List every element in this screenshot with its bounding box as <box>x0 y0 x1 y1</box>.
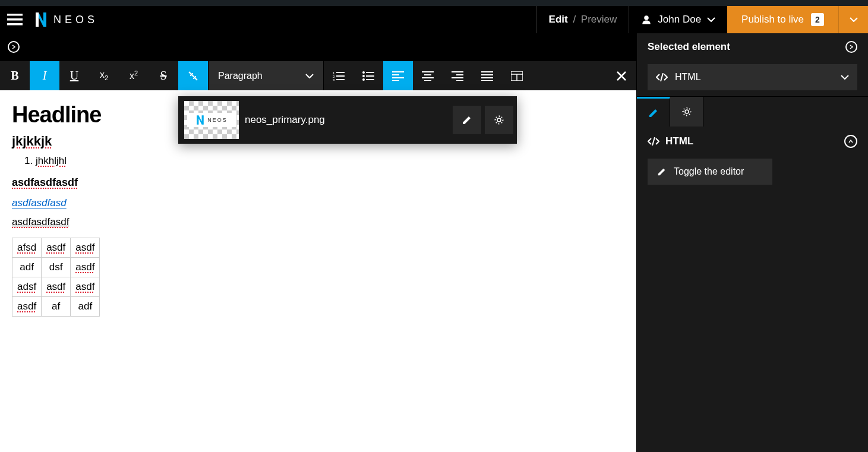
table-icon <box>511 71 523 81</box>
italic-link-text[interactable]: asdfasdfasd <box>12 197 624 209</box>
underline-button[interactable]: U <box>59 61 89 91</box>
unordered-list-button[interactable] <box>353 61 383 91</box>
svg-rect-31 <box>392 80 399 81</box>
right-panel-toggle[interactable] <box>845 41 857 53</box>
svg-rect-42 <box>481 77 493 78</box>
property-group-label: HTML <box>665 135 693 147</box>
format-dropdown-label: Paragraph <box>218 71 263 81</box>
svg-rect-41 <box>481 74 493 75</box>
align-left-button[interactable] <box>383 61 413 91</box>
publish-dropdown-button[interactable] <box>838 6 868 33</box>
gear-icon <box>494 115 504 125</box>
list-item[interactable]: jhkhljhl <box>36 155 67 166</box>
svg-rect-34 <box>422 77 434 78</box>
svg-rect-29 <box>392 74 399 75</box>
content-canvas[interactable]: Headline jkjkkjk jhkhljhl asdfasdfasdf a… <box>0 90 636 452</box>
preview-mode-label: Preview <box>581 14 617 25</box>
pencil-icon <box>462 115 472 125</box>
code-icon <box>656 73 668 81</box>
svg-rect-38 <box>452 77 463 78</box>
chevron-down-icon <box>850 17 858 22</box>
bold-button[interactable]: B <box>0 61 30 91</box>
asset-thumbnail: NEOS <box>184 101 239 139</box>
close-toolbar-button[interactable] <box>607 61 636 91</box>
svg-rect-33 <box>424 74 431 75</box>
table-button[interactable] <box>502 61 532 91</box>
superscript-button[interactable]: x2 <box>119 61 149 91</box>
chevron-right-icon <box>850 45 853 49</box>
svg-rect-25 <box>366 75 374 77</box>
publish-button[interactable]: Publish to live 2 <box>727 6 838 33</box>
svg-rect-0 <box>7 14 23 16</box>
edit-preview-toggle[interactable]: Edit / Preview <box>536 6 629 33</box>
asset-settings-button[interactable] <box>485 106 513 134</box>
align-left-icon <box>392 71 404 81</box>
user-icon <box>641 14 652 25</box>
svg-rect-17 <box>336 72 345 73</box>
edit-mode-label: Edit <box>549 14 568 25</box>
table-row: afsdasdfasdf <box>12 238 100 258</box>
primary-topbar: NEOS Edit / Preview John Doe Publish to … <box>0 6 868 33</box>
tab-properties[interactable] <box>637 97 670 127</box>
svg-rect-40 <box>481 71 493 72</box>
brand-logo: NEOS <box>34 11 98 28</box>
table-row: adfdsfasdf <box>12 258 100 277</box>
unlink-icon <box>187 69 200 83</box>
inspector-panel: Selected element HTML HTML Toggle the ed… <box>636 33 868 452</box>
pencil-icon <box>657 167 667 176</box>
neos-logo-icon <box>34 11 48 28</box>
svg-rect-37 <box>456 74 463 75</box>
chevron-up-icon <box>848 140 853 143</box>
ordered-list-button[interactable]: 123 <box>324 61 353 91</box>
left-panel-toggle[interactable] <box>0 33 27 61</box>
toggle-editor-button[interactable]: Toggle the editor <box>648 159 772 185</box>
asset-filename: neos_primary.png <box>245 114 453 126</box>
svg-point-24 <box>362 75 365 77</box>
gear-icon <box>681 106 692 117</box>
svg-rect-35 <box>424 80 431 81</box>
edit-asset-button[interactable] <box>453 106 481 134</box>
bold-paragraph[interactable]: asdfasdfasdf <box>12 176 78 188</box>
align-justify-button[interactable] <box>472 61 502 91</box>
svg-rect-39 <box>456 80 463 81</box>
strikethrough-button[interactable]: S <box>149 61 178 91</box>
italic-button[interactable]: I <box>30 61 59 91</box>
asset-thumbnail-text: NEOS <box>207 117 228 123</box>
svg-point-26 <box>362 78 365 81</box>
svg-rect-23 <box>366 72 374 73</box>
toggle-editor-label: Toggle the editor <box>674 166 744 177</box>
unlink-button[interactable] <box>178 61 208 91</box>
underline-paragraph[interactable]: asdfasdfasdf <box>12 216 69 227</box>
align-justify-icon <box>481 71 493 81</box>
content-table[interactable]: afsdasdfasdf adfdsfasdf adsfasdfasdf asd… <box>12 238 100 317</box>
align-center-icon <box>422 71 434 81</box>
publish-count-badge: 2 <box>811 13 824 26</box>
svg-rect-30 <box>392 77 404 78</box>
menu-button[interactable] <box>0 6 30 33</box>
element-type-label: HTML <box>675 72 701 83</box>
subscript-button[interactable]: x2 <box>89 61 119 91</box>
align-right-icon <box>452 71 463 81</box>
user-menu[interactable]: John Doe <box>629 6 727 33</box>
svg-rect-32 <box>422 71 434 72</box>
svg-rect-19 <box>336 75 345 77</box>
table-row: asdfafadf <box>12 297 100 317</box>
subheadline[interactable]: jkjkkjk <box>12 134 52 148</box>
unordered-list-icon <box>362 71 374 81</box>
chevron-down-icon <box>305 74 314 78</box>
ordered-list[interactable]: jhkhljhl <box>36 155 624 167</box>
code-icon <box>648 137 659 146</box>
tab-settings[interactable] <box>670 97 703 127</box>
property-group-header[interactable]: HTML <box>637 127 868 156</box>
svg-rect-2 <box>7 23 23 26</box>
svg-rect-43 <box>481 80 493 81</box>
svg-rect-1 <box>7 18 23 21</box>
os-titlebar-strip <box>0 0 868 6</box>
svg-text:3: 3 <box>333 78 335 81</box>
svg-point-3 <box>645 15 649 20</box>
element-type-dropdown[interactable]: HTML <box>648 64 857 90</box>
paragraph-format-dropdown[interactable]: Paragraph <box>208 61 324 91</box>
svg-rect-27 <box>366 79 374 80</box>
align-right-button[interactable] <box>443 61 472 91</box>
align-center-button[interactable] <box>413 61 443 91</box>
